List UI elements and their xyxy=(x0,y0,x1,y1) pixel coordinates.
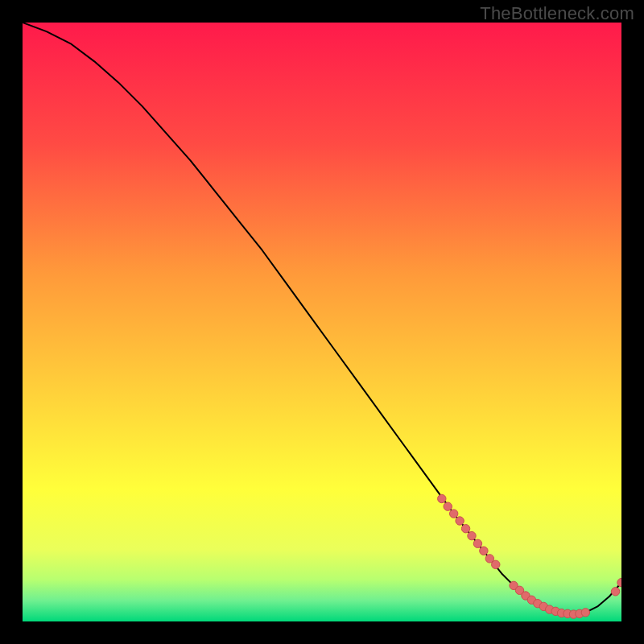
chart-svg xyxy=(23,23,621,621)
plot-area xyxy=(23,23,621,621)
data-marker xyxy=(611,588,619,596)
data-marker xyxy=(461,524,469,532)
chart-frame: TheBottleneck.com xyxy=(0,0,644,644)
data-marker xyxy=(449,510,457,518)
data-marker xyxy=(480,547,488,555)
data-marker xyxy=(456,517,464,525)
data-marker xyxy=(468,531,476,539)
gradient-background xyxy=(23,23,621,621)
data-marker xyxy=(492,560,500,568)
data-marker xyxy=(473,539,481,547)
data-marker xyxy=(581,609,589,617)
watermark-text: TheBottleneck.com xyxy=(480,3,634,24)
data-marker xyxy=(444,502,452,510)
data-marker xyxy=(438,494,446,502)
